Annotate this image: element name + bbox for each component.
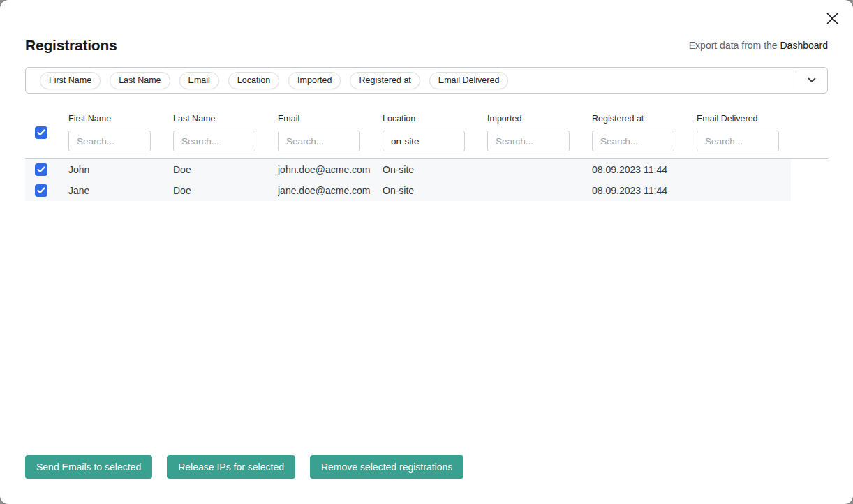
close-icon: [826, 12, 839, 25]
cell-email: john.doe@acme.com: [278, 164, 383, 175]
row-checkbox[interactable]: [35, 184, 47, 197]
check-icon: [37, 129, 45, 136]
dashboard-link[interactable]: Dashboard: [780, 40, 829, 51]
page-title: Registrations: [25, 36, 117, 54]
cell-first-name: Jane: [68, 185, 173, 196]
check-icon: [37, 187, 45, 194]
action-buttons: Send Emails to selected Release IPs for …: [25, 455, 828, 479]
export-note-prefix: Export data from the: [689, 40, 780, 51]
dialog-header: Registrations Export data from the Dashb…: [25, 36, 828, 54]
chevron-down-icon: [808, 77, 816, 83]
imported-filter-input[interactable]: [487, 131, 570, 151]
select-all-cell: [25, 126, 68, 139]
registrations-table: First Name Last Name Email Location Impo…: [25, 113, 828, 201]
row-checkbox[interactable]: [35, 163, 47, 176]
registered-at-filter-input[interactable]: [592, 131, 674, 151]
column-header-email: Email: [278, 113, 383, 151]
column-label: Registered at: [592, 113, 697, 124]
send-emails-button[interactable]: Send Emails to selected: [25, 455, 152, 479]
filter-chip-location[interactable]: Location: [228, 72, 279, 89]
filter-chip-email-delivered[interactable]: Email Delivered: [429, 72, 509, 89]
cell-location: On-site: [383, 164, 487, 175]
table-row[interactable]: John Doe john.doe@acme.com On-site 08.09…: [25, 159, 791, 180]
filter-chip-imported[interactable]: Imported: [288, 72, 341, 89]
filter-chip-registered-at[interactable]: Registered at: [350, 72, 420, 89]
cell-registered-at: 08.09.2023 11:44: [592, 164, 697, 175]
column-label: Last Name: [173, 113, 278, 124]
registrations-modal: Registrations Export data from the Dashb…: [0, 0, 853, 504]
column-label: Email Delivered: [697, 113, 828, 124]
export-note: Export data from the Dashboard: [689, 40, 828, 51]
column-label: Imported: [487, 113, 592, 124]
email-filter-input[interactable]: [278, 131, 360, 151]
column-label: Location: [383, 113, 487, 124]
cell-registered-at: 08.09.2023 11:44: [592, 185, 697, 196]
location-filter-input[interactable]: [383, 131, 465, 151]
cell-first-name: John: [68, 164, 173, 175]
close-button[interactable]: [823, 9, 841, 27]
table-header: First Name Last Name Email Location Impo…: [25, 113, 828, 159]
column-header-last-name: Last Name: [173, 113, 278, 151]
column-header-location: Location: [383, 113, 487, 151]
cell-location: On-site: [383, 185, 487, 196]
last-name-filter-input[interactable]: [173, 131, 255, 151]
column-header-email-delivered: Email Delivered: [697, 113, 828, 151]
column-label: Email: [278, 113, 383, 124]
filter-chips: First Name Last Name Email Location Impo…: [26, 72, 796, 89]
row-checkbox-cell: [25, 163, 68, 176]
check-icon: [37, 166, 45, 173]
filter-dropdown-button[interactable]: [796, 68, 827, 93]
filter-chip-last-name[interactable]: Last Name: [110, 72, 170, 89]
first-name-filter-input[interactable]: [68, 131, 151, 151]
cell-last-name: Doe: [173, 185, 278, 196]
email-delivered-filter-input[interactable]: [697, 131, 779, 151]
filter-bar: First Name Last Name Email Location Impo…: [25, 67, 828, 94]
filter-chip-first-name[interactable]: First Name: [40, 72, 101, 89]
column-header-imported: Imported: [487, 113, 592, 151]
column-header-first-name: First Name: [68, 113, 173, 151]
column-label: First Name: [68, 113, 173, 124]
table-row[interactable]: Jane Doe jane.doe@acme.com On-site 08.09…: [25, 180, 791, 201]
release-ips-button[interactable]: Release IPs for selected: [167, 455, 295, 479]
cell-email: jane.doe@acme.com: [278, 185, 383, 196]
remove-registrations-button[interactable]: Remove selected registrations: [310, 455, 463, 479]
cell-last-name: Doe: [173, 164, 278, 175]
select-all-checkbox[interactable]: [35, 126, 47, 139]
table-body: John Doe john.doe@acme.com On-site 08.09…: [25, 159, 828, 201]
row-checkbox-cell: [25, 184, 68, 197]
column-header-registered-at: Registered at: [592, 113, 697, 151]
filter-chip-email[interactable]: Email: [179, 72, 219, 89]
